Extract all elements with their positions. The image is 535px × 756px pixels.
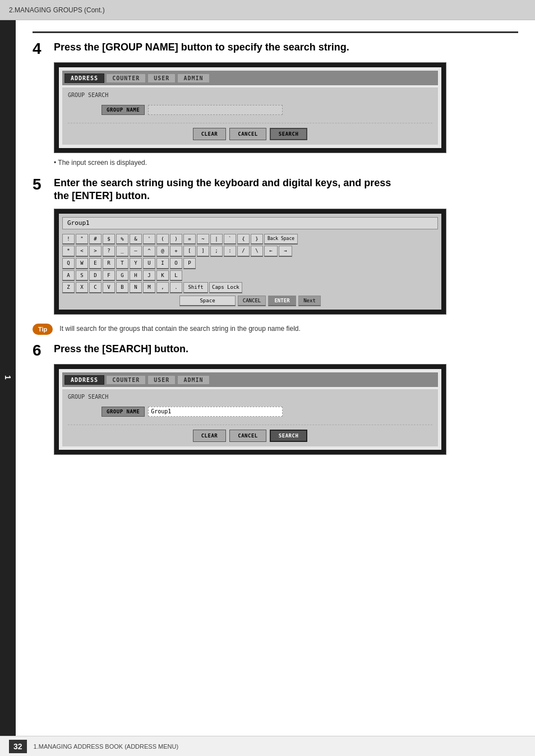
- key-backspace[interactable]: Back Space: [264, 234, 298, 244]
- key-shift[interactable]: Shift: [183, 282, 208, 293]
- key-pipe[interactable]: |: [210, 234, 223, 245]
- key-left-arrow[interactable]: ←: [264, 246, 278, 257]
- key-lt[interactable]: <: [76, 246, 88, 257]
- key-w[interactable]: W: [76, 258, 88, 269]
- key-amp[interactable]: &: [130, 234, 142, 245]
- key-o[interactable]: O: [170, 258, 182, 269]
- key-semicolon[interactable]: ;: [210, 246, 223, 257]
- key-backtick[interactable]: `: [224, 234, 236, 245]
- tab-address[interactable]: ADDRESS: [64, 73, 104, 83]
- step5-header: 5 Enter the search string using the keyb…: [33, 177, 518, 203]
- footer-title: 1.MANAGING ADDRESS BOOK (ADDRESS MENU): [34, 743, 179, 750]
- key-k[interactable]: K: [156, 270, 169, 282]
- key-rbrace[interactable]: }: [251, 234, 263, 245]
- step6-group-search-label: GROUP SEARCH: [68, 394, 432, 400]
- step4-group-name-row: GROUP NAME: [68, 105, 432, 115]
- key-underscore[interactable]: _: [116, 246, 128, 257]
- step6-block: 6 Press the [SEARCH] button. ADDRESS COU…: [33, 343, 518, 455]
- key-gt[interactable]: >: [89, 246, 102, 257]
- step4-group-name-button[interactable]: GROUP NAME: [102, 105, 145, 115]
- key-q[interactable]: Q: [62, 258, 75, 269]
- key-apos[interactable]: ': [143, 234, 155, 245]
- key-z[interactable]: Z: [62, 282, 75, 293]
- main-content: 4 Press the [GROUP NAME] button to speci…: [16, 20, 535, 482]
- key-space[interactable]: Space: [179, 296, 236, 307]
- step4-block: 4 Press the [GROUP NAME] button to speci…: [33, 41, 518, 167]
- step6-tab-address[interactable]: ADDRESS: [64, 375, 104, 385]
- key-star[interactable]: *: [62, 246, 75, 257]
- key-right-arrow[interactable]: →: [279, 246, 292, 257]
- tab-counter[interactable]: COUNTER: [106, 73, 146, 83]
- key-i[interactable]: I: [156, 258, 169, 269]
- step6-tab-user[interactable]: USER: [147, 375, 176, 385]
- key-period[interactable]: .: [170, 282, 182, 293]
- step6-screen-body: GROUP SEARCH GROUP NAME Group1 CLEAR CAN…: [62, 389, 438, 446]
- keyboard-enter-button[interactable]: ENTER: [268, 296, 296, 307]
- step6-group-name-button[interactable]: GROUP NAME: [102, 407, 145, 417]
- key-backslash[interactable]: \: [251, 246, 263, 257]
- key-e[interactable]: E: [89, 258, 102, 269]
- page-header: 2.MANAGING GROUPS (Cont.): [0, 0, 535, 20]
- step5-block: 5 Enter the search string using the keyb…: [33, 177, 518, 315]
- key-lbracket[interactable]: [: [183, 246, 196, 257]
- key-a[interactable]: A: [62, 270, 75, 282]
- key-v[interactable]: V: [103, 282, 115, 293]
- tab-admin[interactable]: ADMIN: [177, 73, 209, 83]
- key-t[interactable]: T: [116, 258, 128, 269]
- key-tilde[interactable]: ~: [197, 234, 209, 245]
- key-plus[interactable]: +: [170, 246, 182, 257]
- key-h[interactable]: H: [130, 270, 142, 282]
- step6-tab-counter[interactable]: COUNTER: [106, 375, 146, 385]
- keyboard-bottom-row: Space CANCEL ENTER Next: [62, 296, 438, 307]
- key-colon[interactable]: :: [224, 246, 236, 257]
- key-rbracket[interactable]: ]: [197, 246, 209, 257]
- keyboard-text-field[interactable]: Group1: [62, 217, 438, 229]
- step6-tab-admin[interactable]: ADMIN: [177, 375, 209, 385]
- key-n[interactable]: N: [130, 282, 142, 293]
- tip-text: It will search for the groups that conta…: [59, 322, 301, 334]
- key-slash[interactable]: /: [237, 246, 250, 257]
- key-lbrace[interactable]: {: [237, 234, 250, 245]
- key-u[interactable]: U: [143, 258, 155, 269]
- step4-search-button[interactable]: SEARCH: [270, 128, 308, 140]
- key-hash[interactable]: #: [89, 234, 102, 245]
- key-equals[interactable]: =: [183, 234, 196, 245]
- keyboard-next-button[interactable]: Next: [298, 296, 321, 307]
- key-at[interactable]: @: [156, 246, 169, 257]
- key-g[interactable]: G: [116, 270, 128, 282]
- key-quote[interactable]: ": [76, 234, 88, 245]
- key-s[interactable]: S: [76, 270, 88, 282]
- key-caret[interactable]: ^: [143, 246, 155, 257]
- keyboard-cancel-button[interactable]: CANCEL: [238, 296, 266, 307]
- step4-cancel-button[interactable]: CANCEL: [229, 128, 266, 140]
- key-dash[interactable]: —: [130, 246, 142, 257]
- key-dollar[interactable]: $: [103, 234, 115, 245]
- key-lparen[interactable]: (: [156, 234, 169, 245]
- key-r[interactable]: R: [103, 258, 115, 269]
- key-caps-lock[interactable]: Caps Lock: [209, 282, 242, 293]
- key-c[interactable]: C: [89, 282, 102, 293]
- step5-number: 5: [33, 177, 49, 192]
- step6-clear-button[interactable]: CLEAR: [193, 430, 227, 442]
- key-y[interactable]: Y: [130, 258, 142, 269]
- key-b[interactable]: B: [116, 282, 128, 293]
- step6-group-name-field: Group1: [148, 407, 283, 417]
- key-x[interactable]: X: [76, 282, 88, 293]
- step6-search-button[interactable]: SEARCH: [270, 430, 308, 442]
- tab-user[interactable]: USER: [147, 73, 176, 83]
- key-percent[interactable]: %: [116, 234, 128, 245]
- step6-cancel-button[interactable]: CANCEL: [229, 430, 266, 442]
- key-j[interactable]: J: [143, 270, 155, 282]
- key-row-1: ! " # $ % & ' ( ) = ~ | ` { } Back Space: [62, 234, 438, 245]
- key-l[interactable]: L: [170, 270, 182, 282]
- step4-clear-button[interactable]: CLEAR: [193, 128, 227, 140]
- step5-keyboard-screen: Group1 ! " # $ % & ' ( ) = ~ | ` {: [54, 209, 446, 315]
- key-question[interactable]: ?: [103, 246, 115, 257]
- key-m[interactable]: M: [143, 282, 155, 293]
- key-d[interactable]: D: [89, 270, 102, 282]
- key-p[interactable]: P: [183, 258, 196, 269]
- key-rparen[interactable]: ): [170, 234, 182, 245]
- key-comma[interactable]: ,: [156, 282, 169, 293]
- key-excl[interactable]: !: [62, 234, 75, 245]
- key-f[interactable]: F: [103, 270, 115, 282]
